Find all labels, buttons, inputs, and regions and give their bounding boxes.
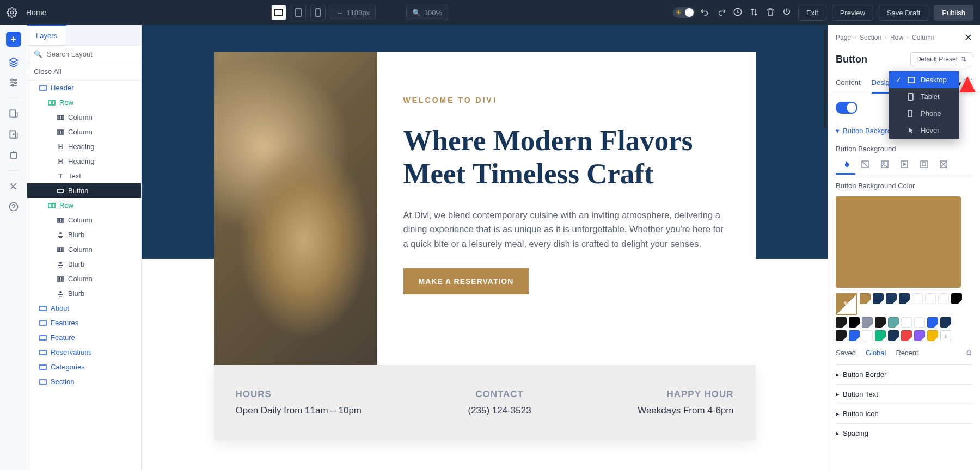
reservation-button[interactable]: MAKE A RESERVATION — [403, 268, 529, 294]
publish-button[interactable]: Publish — [934, 5, 973, 21]
color-swatch[interactable] — [940, 317, 951, 328]
preset-dropdown[interactable]: Default Preset⇅ — [910, 52, 972, 66]
breadcrumb-row[interactable]: Row — [890, 34, 903, 41]
layers-tab[interactable]: Layers — [27, 25, 66, 45]
load-library-icon[interactable] — [8, 129, 19, 140]
redo-icon[interactable] — [716, 7, 727, 18]
color-swatch[interactable] — [927, 317, 938, 328]
button-text-section[interactable]: ▸Button Text — [836, 384, 972, 404]
settings-gear-icon[interactable] — [7, 7, 17, 18]
layer-item-categories[interactable]: Categories — [27, 360, 141, 374]
saved-colors-tab[interactable]: Saved — [836, 349, 856, 357]
color-swatch[interactable] — [849, 317, 860, 328]
add-element-button[interactable]: + — [6, 32, 21, 47]
power-icon[interactable] — [782, 7, 793, 18]
exit-button[interactable]: Exit — [798, 5, 826, 21]
canvas-width-input[interactable]: ↔ 1188px — [330, 5, 376, 20]
responsive-desktop-option[interactable]: ✓ Desktop — [889, 71, 959, 88]
bg-color-tab[interactable] — [836, 155, 855, 175]
button-border-section[interactable]: ▸Button Border — [836, 364, 972, 384]
bg-gradient-tab[interactable] — [855, 155, 875, 175]
bg-image-tab[interactable] — [875, 155, 895, 175]
save-draft-button[interactable]: Save Draft — [879, 5, 928, 21]
bg-video-tab[interactable] — [895, 155, 914, 175]
color-swatch[interactable] — [951, 293, 962, 304]
layer-item-column[interactable]: Column — [27, 125, 141, 139]
breadcrumb-page[interactable]: Page — [836, 34, 851, 41]
layer-item-section[interactable]: Section — [27, 374, 141, 389]
responsive-phone-option[interactable]: ✓ Phone — [889, 105, 959, 122]
layer-item-heading[interactable]: HHeading — [27, 139, 141, 154]
layer-item-row[interactable]: Row — [27, 198, 141, 213]
color-swatch[interactable] — [873, 293, 884, 304]
color-swatch[interactable] — [888, 317, 899, 328]
color-settings-gear-icon[interactable]: ⚙ — [966, 349, 972, 357]
layers-rail-icon[interactable] — [8, 57, 19, 67]
content-tab[interactable]: Content — [836, 73, 861, 94]
preview-button[interactable]: Preview — [832, 5, 873, 21]
canvas[interactable]: WELCOME TO DIVI Where Modern Flavors Mee… — [142, 25, 828, 470]
color-swatch[interactable] — [886, 293, 897, 304]
color-swatch[interactable] — [914, 317, 925, 328]
tools-icon[interactable] — [8, 181, 19, 191]
undo-icon[interactable] — [700, 7, 711, 18]
color-swatch[interactable] — [875, 317, 886, 328]
layer-item-blurb[interactable]: Blurb — [27, 286, 141, 301]
color-swatch[interactable] — [938, 293, 949, 304]
responsive-hover-option[interactable]: ✓ Hover — [889, 122, 959, 139]
color-swatch[interactable] — [862, 330, 873, 341]
layer-item-about[interactable]: About — [27, 301, 141, 316]
enable-toggle[interactable] — [836, 102, 857, 114]
layer-item-features[interactable]: Features — [27, 316, 141, 330]
color-swatch[interactable] — [914, 330, 925, 341]
color-swatch[interactable] — [888, 330, 899, 341]
history-icon[interactable] — [733, 7, 744, 18]
color-swatch[interactable] — [927, 330, 938, 341]
bg-mask-tab[interactable] — [934, 155, 953, 175]
layer-item-column[interactable]: Column — [27, 242, 141, 257]
device-tablet-button[interactable] — [291, 5, 306, 20]
device-desktop-button[interactable] — [271, 5, 286, 20]
layer-item-button[interactable]: Button — [27, 183, 141, 198]
theme-toggle[interactable]: ☀ — [673, 7, 695, 18]
responsive-dropdown[interactable]: ✓ Desktop ✓ Tablet ✓ Phone ✓ Hover — [889, 71, 959, 139]
color-swatch[interactable] — [860, 293, 871, 304]
trash-icon[interactable] — [765, 7, 776, 18]
button-icon-section[interactable]: ▸Button Icon — [836, 404, 972, 423]
layer-item-text[interactable]: TText — [27, 169, 141, 183]
breadcrumb-section[interactable]: Section — [860, 34, 881, 41]
layer-item-row[interactable]: Row — [27, 95, 141, 110]
zoom-input[interactable]: 🔍 100% — [406, 5, 448, 20]
settings-rail-icon[interactable] — [8, 77, 19, 88]
layer-item-feature[interactable]: Feature — [27, 330, 141, 345]
color-swatch[interactable] — [912, 293, 923, 304]
responsive-tablet-option[interactable]: ✓ Tablet — [889, 88, 959, 105]
color-swatch[interactable] — [901, 317, 912, 328]
recent-colors-tab[interactable]: Recent — [896, 349, 918, 357]
color-swatch[interactable] — [836, 330, 847, 341]
color-swatch[interactable] — [849, 330, 860, 341]
breadcrumb-column[interactable]: Column — [912, 34, 934, 41]
layer-item-heading[interactable]: HHeading — [27, 154, 141, 169]
color-swatch[interactable] — [925, 293, 936, 304]
layer-item-column[interactable]: Column — [27, 271, 141, 286]
layer-item-header[interactable]: Header — [27, 81, 141, 95]
layer-item-blurb[interactable]: Blurb — [27, 227, 141, 242]
sort-icon[interactable] — [749, 7, 760, 18]
layer-item-blurb[interactable]: Blurb — [27, 257, 141, 271]
color-swatch[interactable] — [901, 330, 912, 341]
color-swatch[interactable] — [875, 330, 886, 341]
add-color-swatch[interactable]: + — [940, 330, 951, 341]
close-panel-icon[interactable]: ✕ — [964, 32, 972, 44]
color-swatch[interactable] — [862, 317, 873, 328]
save-library-icon[interactable] — [8, 108, 19, 119]
layer-item-column[interactable]: Column — [27, 110, 141, 125]
ai-icon[interactable] — [8, 150, 19, 160]
color-preview[interactable] — [836, 196, 961, 288]
global-colors-tab[interactable]: Global — [866, 349, 886, 357]
help-icon[interactable] — [8, 201, 19, 212]
layer-item-reservations[interactable]: Reservations — [27, 345, 141, 360]
color-swatch[interactable] — [836, 317, 847, 328]
device-phone-button[interactable] — [310, 5, 326, 20]
spacing-section[interactable]: ▸Spacing — [836, 423, 972, 443]
